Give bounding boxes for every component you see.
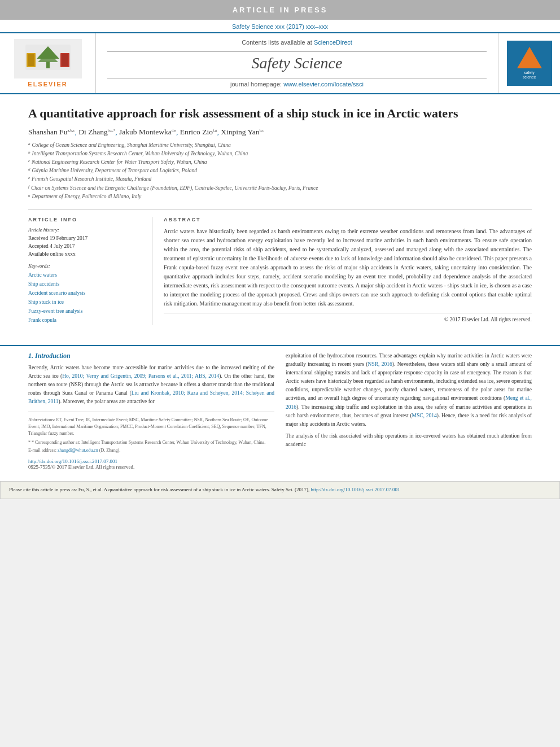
main-content: A quantitative approach for risk assessm… [0, 94, 560, 345]
keywords-label: Keywords: [28, 263, 143, 269]
abstract-col: ABSTRACT Arctic waters have historically… [164, 217, 532, 325]
doi-links: http://dx.doi.org/10.1016/j.ssci.2017.07… [28, 458, 274, 470]
affil-g: g Department of Energy, Politecnico di M… [28, 193, 532, 201]
section1-para-right2: The analysis of the risk associated with… [286, 432, 532, 449]
elsevier-label: ELSEVIER [28, 81, 67, 88]
footnote-email: E-mail address: zhangdi@whut.edu.cn (D. … [28, 447, 274, 454]
footnote-abbreviations: Abbreviations: ET, Event Tree; IE, Inter… [28, 417, 274, 437]
ref-msc2014[interactable]: MSC, 2014 [412, 413, 437, 418]
sciencedirect-link[interactable]: ScienceDirect [314, 39, 352, 46]
svg-rect-5 [28, 54, 34, 66]
accepted-date: Accepted 4 July 2017 [28, 242, 143, 250]
abstract-text: Arctic waters have historically been reg… [164, 227, 532, 308]
ref-liu2010[interactable]: Liu and Kronbak, 2010; Raza and Schøyen,… [28, 390, 274, 404]
article-info-label: ARTICLE INFO [28, 217, 143, 222]
article-history-dates: Received 19 February 2017 Accepted 4 Jul… [28, 234, 143, 259]
available-date: Available online xxxx [28, 250, 143, 258]
journal-title-header: Safety Science [252, 54, 343, 72]
header-divider-bottom [107, 78, 487, 78]
email-label: E-mail address: [28, 448, 56, 453]
received-date: Received 19 February 2017 [28, 234, 143, 242]
doi-text-2: 0925-7535/© 2017 Elsevier Ltd. All right… [28, 464, 274, 470]
keyword-ship-accidents: Ship accidents [28, 279, 143, 289]
authors-line: Shanshan Fua,b,c, Di Zhangb,c,*, Jakub M… [28, 128, 532, 137]
affil-a: a College of Ocean Science and Engineeri… [28, 141, 532, 150]
keywords-list: Arctic waters Ship accidents Accident sc… [28, 270, 143, 325]
affil-f: f Chair on Systems Science and the Energ… [28, 184, 532, 193]
footnote-corresponding: * * Corresponding author at: Intelligent… [28, 439, 274, 446]
homepage-label: journal homepage: [230, 81, 282, 88]
elsevier-logo-area: ELSEVIER [0, 33, 96, 93]
abbreviations-text: Abbreviations: ET, Event Tree; IE, Inter… [28, 417, 268, 436]
page: ARTICLE IN PRESS Safety Science xxx (201… [0, 0, 560, 499]
author-shanshan-fu: Shanshan Fua,b,c [28, 128, 75, 136]
journal-center: Contents lists available at ScienceDirec… [96, 33, 498, 93]
abstract-label: ABSTRACT [164, 217, 532, 222]
ss-logo-text: safetyscience [523, 71, 536, 80]
corresponding-text: * Corresponding author at: Intelligent T… [32, 440, 265, 445]
header-divider-top [107, 51, 487, 52]
author-di-zhang: Di Zhangb,c,* [78, 128, 115, 136]
body-right-col: exploitation of the hydrocarbon resource… [286, 352, 532, 470]
body-left-col: 1. Introduction Recently, Arctic waters … [28, 352, 274, 470]
article-info-col: ARTICLE INFO Article history: Received 1… [28, 217, 152, 325]
elsevier-logo [14, 39, 82, 78]
affil-b: b Intelligent Transportation Systems Res… [28, 150, 532, 158]
affil-d: d Gdynia Maritime University, Department… [28, 167, 532, 175]
aip-banner-text: ARTICLE IN PRESS [233, 6, 328, 14]
citation-link[interactable]: http://dx.doi.org/10.1016/j.ssci.2017.07… [310, 487, 400, 492]
affil-e: e Finnish Geospatial Research Institute,… [28, 175, 532, 184]
article-history-label: Article history: [28, 227, 143, 233]
affiliations: a College of Ocean Science and Engineeri… [28, 141, 532, 201]
elsevier-logo-svg [20, 42, 76, 76]
safety-science-logo-box: safetyscience [507, 41, 552, 86]
citation-text: Please cite this article in press as: Fu… [9, 487, 309, 492]
author-jakub-montewka: Jakub Montewkad,e [119, 128, 176, 136]
affil-c: c National Engineering Research Center f… [28, 158, 532, 167]
keyword-accident-scenario: Accident scenario analysis [28, 289, 143, 298]
email-suffix: (D. Zhang). [99, 448, 121, 453]
ref-nsr2016[interactable]: NSR, 2016 [368, 361, 392, 367]
author-xinping-yan: Xinping Yanb,c [221, 128, 264, 136]
footnotes-area: Abbreviations: ET, Event Tree; IE, Inter… [28, 412, 274, 454]
body-two-col: 1. Introduction Recently, Arctic waters … [28, 352, 532, 470]
aip-banner: ARTICLE IN PRESS [0, 0, 560, 20]
section1-heading: 1. Introduction [28, 352, 274, 360]
sciencedirect-line: Contents lists available at ScienceDirec… [242, 39, 352, 46]
journal-line: Safety Science xxx (2017) xxx–xxx [0, 20, 560, 32]
keyword-arctic-waters: Arctic waters [28, 270, 143, 279]
keyword-frank-copula: Frank copula [28, 316, 143, 325]
email-link[interactable]: zhangdi@whut.edu.cn [58, 448, 98, 453]
svg-rect-1 [46, 62, 50, 68]
citation-bar: Please cite this article in press as: Fu… [0, 481, 560, 499]
ss-logo-triangle [517, 47, 542, 68]
homepage-url[interactable]: www.elsevier.com/locate/ssci [283, 81, 364, 88]
section1-para1: Recently, Arctic waters have become more… [28, 364, 274, 407]
body-content: 1. Introduction Recently, Arctic waters … [0, 345, 560, 476]
author-enrico-zio: Enrico Ziof,g [180, 128, 217, 136]
top-header: ELSEVIER Contents lists available at Sci… [0, 32, 560, 94]
ref-meng2016[interactable]: Meng et al., 2016 [286, 395, 532, 409]
article-info-abstract: ARTICLE INFO Article history: Received 1… [28, 209, 532, 325]
section1-para-right1: exploitation of the hydrocarbon resource… [286, 352, 532, 429]
svg-rect-7 [62, 54, 68, 66]
journal-line-text: Safety Science xxx (2017) xxx–xxx [232, 23, 328, 30]
keyword-fuzzy-event: Fuzzy-event tree analysis [28, 307, 143, 316]
contents-text: Contents lists available at [242, 39, 312, 46]
article-title: A quantitative approach for risk assessm… [28, 106, 532, 122]
copyright-line: © 2017 Elsevier Ltd. All rights reserved… [164, 313, 532, 322]
doi-link-1[interactable]: http://dx.doi.org/10.1016/j.ssci.2017.07… [28, 458, 274, 464]
keyword-ship-stuck: Ship stuck in ice [28, 298, 143, 307]
ref-ho2010[interactable]: Ho, 2010; Verny and Grigentin, 2009; Par… [62, 373, 219, 379]
journal-homepage: journal homepage: www.elsevier.com/locat… [230, 81, 364, 88]
safety-science-logo-area: safetyscience [498, 33, 560, 93]
